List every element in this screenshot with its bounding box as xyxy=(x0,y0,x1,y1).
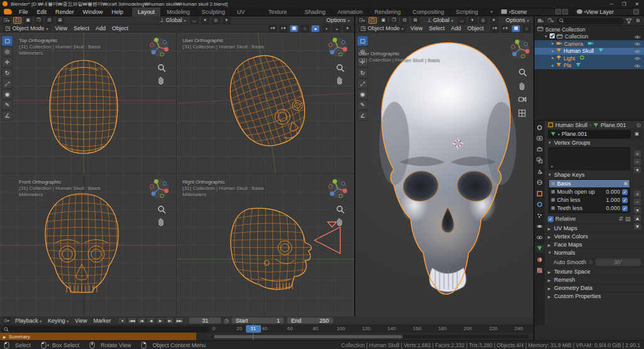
gizmo-dropdown[interactable]: ⌖▾ xyxy=(491,25,499,32)
scene-selector[interactable]: ▾ Scene xyxy=(499,8,570,16)
gizmo-dropdown[interactable]: ⌖▾ xyxy=(269,25,277,32)
tool-move[interactable]: ✛ xyxy=(357,57,368,67)
quad-front-view[interactable] xyxy=(0,174,177,316)
zoom-icon[interactable] xyxy=(519,69,526,76)
cursor-3d[interactable] xyxy=(452,138,464,149)
autokey-button[interactable]: ● xyxy=(118,317,126,324)
outliner-row-collection[interactable]: ▼Collection xyxy=(535,33,644,41)
quad-user-view[interactable] xyxy=(177,33,354,174)
panel-normals[interactable]: ▼Normals xyxy=(545,248,644,257)
tab-sculpting[interactable]: Sculpting xyxy=(196,8,231,16)
xray-toggle[interactable]: ▦ xyxy=(290,25,298,32)
properties-tab-view-layer[interactable] xyxy=(535,157,544,165)
outliner-row-scene-collection[interactable]: Scene Collection xyxy=(535,26,644,33)
properties-tab-physics[interactable] xyxy=(535,223,544,231)
visibility-eye-icon[interactable] xyxy=(634,42,641,48)
select-mode-extend[interactable]: ❒ xyxy=(390,17,398,24)
properties-tab-material[interactable] xyxy=(535,255,544,263)
menu-view[interactable]: View xyxy=(53,25,69,31)
new-scene-button[interactable] xyxy=(555,9,561,14)
properties-tab-texture[interactable] xyxy=(535,267,544,275)
menu-add[interactable]: Add xyxy=(449,25,463,31)
playhead-line[interactable] xyxy=(253,324,253,340)
shading-wireframe-button[interactable]: ○ xyxy=(523,25,531,32)
minimize-button[interactable]: ─ xyxy=(610,1,613,7)
select-mode-subtract[interactable]: ⊟ xyxy=(45,17,53,24)
quad-right-view[interactable] xyxy=(177,174,354,316)
timeline-menu-playback[interactable]: Playback ▾ xyxy=(13,318,43,324)
visibility-eye-icon[interactable] xyxy=(634,64,641,70)
blender-menu-icon[interactable] xyxy=(4,9,12,14)
tool-cursor[interactable]: ◎ xyxy=(2,47,13,57)
outliner-row-light[interactable]: Light xyxy=(535,55,644,62)
transform-orientation-dropdown[interactable]: ⟂Global▾ xyxy=(158,17,187,24)
properties-tab-render[interactable] xyxy=(535,135,544,143)
overlays-toggle[interactable]: ◐▾ xyxy=(279,25,287,32)
menu-object[interactable]: Object xyxy=(110,25,130,31)
visibility-eye-icon[interactable] xyxy=(634,35,641,41)
filter-icon[interactable] xyxy=(626,18,632,24)
xray-toggle[interactable]: ▦ xyxy=(512,25,520,32)
properties-tab-modifiers[interactable] xyxy=(535,201,544,209)
play-button[interactable]: ▶ xyxy=(156,317,165,324)
use-preview-range-icon[interactable]: ◷ xyxy=(224,318,229,324)
sk-remove-button[interactable]: − xyxy=(633,198,641,206)
tab-modeling[interactable]: Modeling xyxy=(160,8,196,16)
tab-layout[interactable]: Layout xyxy=(131,8,160,16)
shape-key-value[interactable]: 1.000 xyxy=(600,197,620,203)
transform-orientation-dropdown[interactable]: ⟂Global▾ xyxy=(425,17,455,24)
outliner-row-pla[interactable]: Pla xyxy=(535,62,644,70)
outliner-row-camera[interactable]: Camera xyxy=(535,40,644,48)
menu-file[interactable]: File xyxy=(14,8,33,16)
tool-cursor[interactable]: ◎ xyxy=(357,47,368,57)
mode-dropdown[interactable]: ◳Object Mode▾ xyxy=(3,25,51,32)
properties-tab-scene[interactable] xyxy=(535,167,544,175)
select-mode-new[interactable]: ▣ xyxy=(24,17,32,24)
menu-add[interactable]: Add xyxy=(94,25,108,31)
tab-rendering[interactable]: Rendering xyxy=(368,8,406,16)
play-reverse-button[interactable]: ◀ xyxy=(147,317,155,324)
shape-key-mute-checkbox[interactable]: ✓ xyxy=(622,189,628,195)
sk-specials-button[interactable]: ▾ xyxy=(633,206,641,214)
vertex-groups-list[interactable]: ⋯▾ xyxy=(548,147,630,170)
properties-tab-output[interactable] xyxy=(535,145,544,153)
vg-add-button[interactable]: ＋ xyxy=(633,150,641,157)
breadcrumb-data[interactable]: Plane.001 xyxy=(601,122,626,128)
menu-select[interactable]: Select xyxy=(72,25,91,31)
timeline-scrollbar[interactable] xyxy=(211,335,529,338)
menu-object[interactable]: Object xyxy=(465,25,486,31)
properties-tab-object[interactable] xyxy=(535,189,544,197)
sk-move-down-button[interactable]: ▼ xyxy=(633,223,641,230)
select-mode-new[interactable]: ▣ xyxy=(379,17,387,24)
tab-texture-paint[interactable]: Texture Paint xyxy=(262,8,299,16)
tab-animation[interactable]: Animation xyxy=(331,8,368,16)
properties-tab-particles[interactable] xyxy=(535,211,544,219)
select-mode-invert[interactable]: ⊠ xyxy=(411,17,419,24)
editor-type-button[interactable]: ◲▾ xyxy=(358,17,366,24)
timeline-search-input[interactable] xyxy=(1,326,209,333)
mode-dropdown[interactable]: ◳Object Mode▾ xyxy=(358,25,406,32)
properties-tab-tool[interactable] xyxy=(535,123,544,131)
jump-end-button[interactable]: ▶▶| xyxy=(175,317,184,324)
auto-smooth-checkbox[interactable]: ✓ xyxy=(588,259,594,265)
shape-key-value[interactable]: 0.000 xyxy=(600,205,620,211)
tool-scale[interactable]: ⤢ xyxy=(357,79,368,89)
outliner-display-mode-button[interactable]: ▤▾ xyxy=(536,18,545,25)
menu-help[interactable]: Help xyxy=(108,8,128,16)
select-mode-invert[interactable]: ⊠ xyxy=(56,17,64,24)
tab-compositing[interactable]: Compositing xyxy=(406,8,450,16)
timeline-menu-marker[interactable]: Marker xyxy=(91,318,113,324)
sk-move-up-button[interactable]: ▲ xyxy=(633,214,641,222)
outliner-search-input[interactable] xyxy=(557,18,624,25)
tool-rotate[interactable]: ↻ xyxy=(357,68,368,78)
fake-user-button[interactable]: ▣ xyxy=(633,131,641,138)
shape-key-row-0[interactable]: ▦Basis▣ xyxy=(549,180,630,188)
disclosure-arrow[interactable]: ▼ xyxy=(544,35,548,38)
new-view-layer-button[interactable] xyxy=(633,9,639,14)
panel-remesh[interactable]: ▶Remesh xyxy=(545,275,644,284)
options-dropdown[interactable]: Options▾ xyxy=(504,17,531,23)
scrollbar-thumb[interactable] xyxy=(214,335,402,338)
shading-solid-button[interactable]: ● xyxy=(311,25,319,32)
shape-key-value[interactable]: 0.000 xyxy=(600,189,620,195)
pin-icon[interactable]: ⊙ xyxy=(636,122,641,128)
